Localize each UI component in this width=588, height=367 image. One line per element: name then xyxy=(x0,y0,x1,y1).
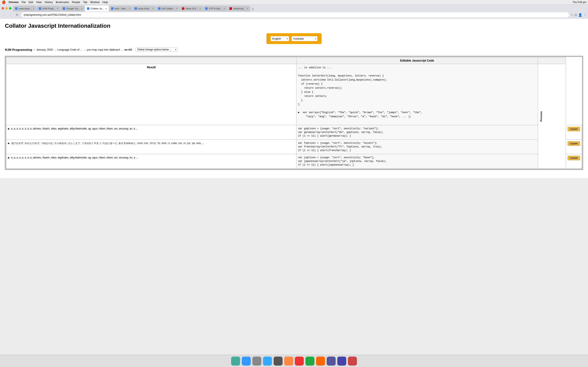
tab-label: Intl.Collato... xyxy=(162,7,175,10)
chrome-cast-icon[interactable]: ⊡ xyxy=(575,13,577,17)
tab-favicon xyxy=(111,7,113,10)
result-text-2: ゑひもせず, わがよたれぞ, つねならむ, ちりぬるを, けふこえて, うるのお… xyxy=(10,142,204,145)
forward-button[interactable]: › xyxy=(8,12,13,17)
tab-html-settings[interactable]: html - Sett... ✕ xyxy=(109,6,132,11)
menu-dots-icon[interactable]: ⋮ xyxy=(584,13,586,17)
tab-javascript[interactable]: JavaScrip... ✕ xyxy=(227,6,250,11)
brand-dash: - xyxy=(34,48,35,51)
tab-close-icon[interactable]: ✕ xyxy=(199,8,201,10)
tab-favicon xyxy=(87,7,89,10)
tab-close-icon[interactable]: ✕ xyxy=(129,8,130,10)
tab-close-icon[interactable]: ✕ xyxy=(33,8,35,10)
address-input[interactable] xyxy=(21,12,569,17)
menu-bookmarks[interactable]: Bookmarks xyxy=(56,1,69,4)
tab-favicon xyxy=(205,7,208,10)
country-select[interactable]: Australia United States United Kingdom C… xyxy=(292,36,318,41)
lang-bar: English French German Japanese Spanish A… xyxy=(267,33,321,44)
country-select-wrapper: Australia United States United Kingdom C… xyxy=(292,36,318,41)
address-bar-row: ‹ › ↻ ☆ ⊡ 👤 ⋮ xyxy=(0,11,588,18)
result-data-2: ▶ ゑひもせず, わがよたれぞ, つねならむ, ちりぬるを, けふこえて, うる… xyxy=(6,140,296,154)
tab-favicon xyxy=(182,7,184,10)
tab-array-tostr[interactable]: array toStr... ✕ xyxy=(132,6,156,11)
tab-close-icon[interactable]: ✕ xyxy=(247,8,248,10)
menu-file[interactable]: File xyxy=(21,1,26,4)
menu-chrome[interactable]: Chrome xyxy=(9,1,18,4)
tab-label: www.rjmpr... xyxy=(19,7,32,10)
menu-edit[interactable]: Edit xyxy=(29,1,33,4)
play-icon-2: ▶ xyxy=(8,142,9,144)
menu-help[interactable]: Help xyxy=(103,1,108,4)
result-header xyxy=(6,57,296,64)
update-button-2[interactable]: Update xyxy=(568,141,580,146)
page-title: Collator Javascript Internationalization xyxy=(5,23,583,29)
tab-close-icon[interactable]: ✕ xyxy=(224,8,225,10)
tab-rjm1[interactable]: www.rjmpr... ✕ xyxy=(13,6,36,11)
language-select-wrapper: English French German Japanese Spanish xyxy=(270,36,289,41)
lang-suffix: ... you may copy into clipboard ... xyxy=(84,48,123,51)
tab-rjm2[interactable]: RJM Progr... ✕ xyxy=(37,6,61,11)
tab-favicon xyxy=(229,7,232,10)
play-icon-3: ▶ xyxy=(8,156,9,159)
tab-label: Google Tra... xyxy=(66,7,80,10)
reload-button[interactable]: ↻ xyxy=(15,12,20,17)
tab-google-translate[interactable]: Google Tra... ✕ xyxy=(61,6,85,11)
tab-inbox[interactable]: Inbox (9,2... ✕ xyxy=(180,6,203,11)
result-text-1: a, a, a, a, a, a, à, à, abîmés, Ádaim̀, … xyxy=(10,127,138,130)
play-icon-1: ▶ xyxy=(8,127,9,130)
code-cell-main[interactable]: ... in addition to ... function letterSo… xyxy=(296,64,538,125)
tab-close-icon[interactable]: ✕ xyxy=(105,8,107,10)
language-select[interactable]: English French German Japanese Spanish xyxy=(270,36,289,41)
maximize-button[interactable] xyxy=(9,7,11,9)
tab-label: UTF-8 San... xyxy=(209,7,222,10)
traffic-lights xyxy=(2,7,11,9)
tab-favicon xyxy=(158,7,160,10)
tab-intl-collator[interactable]: Intl.Collato... ✕ xyxy=(156,6,180,11)
menu-history[interactable]: History xyxy=(44,1,53,4)
update-button-1[interactable]: Update xyxy=(568,127,580,131)
menu-view[interactable]: View xyxy=(36,1,42,4)
table-row: ▶ a, a, a, a, a, a, à, à, abîmés, Ádaim̀… xyxy=(6,125,582,140)
global-options-select[interactable]: Global change options below ... Change t… xyxy=(135,47,177,52)
info-row: RJM Programming - January, 2020 ... Lang… xyxy=(5,47,583,52)
table-row: ▶ ゑひもせず, わがよたれぞ, つねならむ, ちりぬるを, けふこえて, うる… xyxy=(6,140,582,154)
minimize-button[interactable] xyxy=(5,7,8,9)
tab-bar: www.rjmpr... ✕ RJM Progr... ✕ Google Tra… xyxy=(13,5,586,11)
new-tab-button[interactable]: + xyxy=(251,7,255,11)
result-data-3: ▶ a, a, a, a, a, a, à, à, abîmés, Ádaim̀… xyxy=(6,154,296,169)
menu-window[interactable]: Window xyxy=(90,1,99,4)
tab-collator-active[interactable]: Collator Ja... ✕ xyxy=(85,6,109,11)
tab-close-icon[interactable]: ✕ xyxy=(81,8,83,10)
brand-name: RJM Programming xyxy=(5,48,32,51)
tab-utf8[interactable]: UTF-8 San... ✕ xyxy=(203,6,227,11)
code-data-3[interactable]: var joptions = {usage: "sort", sensitivi… xyxy=(296,154,538,169)
code-data-2[interactable]: var foptions = {usage: "sort", sensitivi… xyxy=(296,140,538,154)
tab-close-icon[interactable]: ✕ xyxy=(176,8,178,10)
tab-favicon xyxy=(135,7,137,10)
bookmark-icon[interactable]: ☆ xyxy=(571,13,573,17)
table-row: ▶ a, a, a, a, a, a, à, à, abîmés, Ádaim̀… xyxy=(6,154,582,169)
tab-label: Collator Ja... xyxy=(91,7,104,10)
tab-close-icon[interactable]: ✕ xyxy=(152,8,154,10)
result-cell: Result xyxy=(6,64,296,125)
tab-close-icon[interactable]: ✕ xyxy=(57,8,58,10)
process-header xyxy=(538,57,566,64)
tab-label: JavaScrip... xyxy=(233,7,245,10)
main-container: Editable Javascript Code Result ... in a… xyxy=(5,56,583,170)
main-code-row: Result ... in addition to ... function l… xyxy=(6,64,582,125)
update-button-3[interactable]: Update xyxy=(568,156,580,160)
back-button[interactable]: ‹ xyxy=(2,12,7,17)
lang-code-display: en-AU xyxy=(124,48,132,51)
menu-people[interactable]: People xyxy=(72,1,80,4)
lang-prefix: ... Language Code of ... xyxy=(54,48,82,51)
close-button[interactable] xyxy=(2,7,4,9)
tab-label: html - Sett... xyxy=(115,7,127,10)
update-cell-1: Update xyxy=(566,125,582,140)
tab-favicon xyxy=(63,7,65,10)
apple-menu[interactable]: 🍎 xyxy=(2,0,6,4)
code-data-1[interactable]: var goptions = {usage: "sort", sensitivi… xyxy=(296,125,538,140)
update-cell-3: Update xyxy=(566,154,582,169)
user-avatar[interactable]: 👤 xyxy=(578,13,582,17)
menu-tab[interactable]: Tab xyxy=(83,1,87,4)
process-cell: Process xyxy=(538,64,566,169)
tab-label: array toStr... xyxy=(138,7,151,10)
